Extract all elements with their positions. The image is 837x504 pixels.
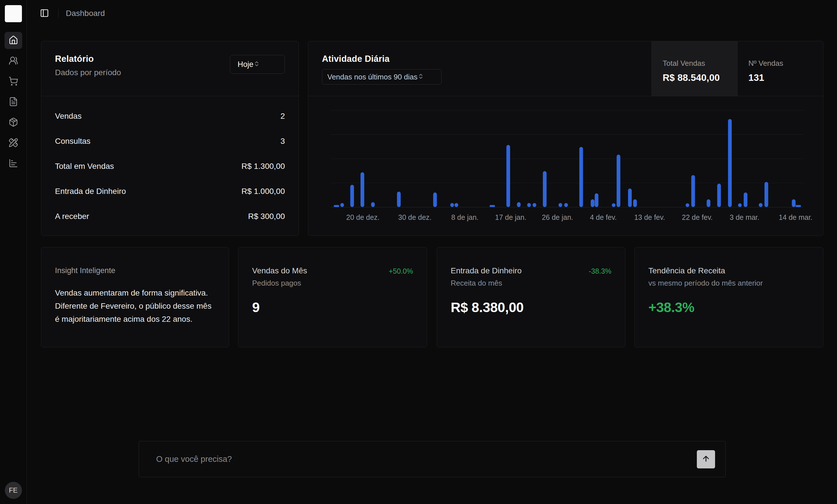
metric-title: Vendas do Mês xyxy=(252,266,307,275)
chart-bar xyxy=(397,192,400,207)
chart-bar xyxy=(579,147,583,207)
metric-subtitle: vs mesmo período do mês anterior xyxy=(648,279,809,288)
chart-bar xyxy=(728,119,732,207)
metric-title: Entrada de Dinheiro xyxy=(451,266,522,275)
metric-subtitle: Receita do mês xyxy=(451,279,611,288)
chart-bar xyxy=(707,199,711,207)
chat-input[interactable] xyxy=(139,442,697,477)
chart-bar xyxy=(744,193,747,207)
activity-bar-chart xyxy=(331,110,803,207)
chart-bar xyxy=(433,193,437,207)
sidebar: FE xyxy=(0,0,27,504)
chart-bar xyxy=(532,203,536,207)
chart-bar xyxy=(455,203,458,207)
chart-bar xyxy=(527,203,531,207)
stat-total-vendas[interactable]: Total Vendas R$ 88.540,00 xyxy=(652,41,737,96)
chart-bar xyxy=(517,202,520,207)
x-axis-tick-label: 14 de mar. xyxy=(779,213,812,221)
metric-card-entrada-de-dinheiro: Entrada de Dinheiro -38.3% Receita do mê… xyxy=(437,247,625,347)
stat-label: Nº Vendas xyxy=(748,59,823,68)
chart-bar xyxy=(691,175,695,207)
report-row-value: R$ 1.000,00 xyxy=(241,187,285,196)
period-select-value: Hoje xyxy=(237,60,253,69)
metric-delta: +50.0% xyxy=(389,266,413,275)
range-select-value: Vendas nos últimos 90 dias xyxy=(327,73,417,82)
app-logo[interactable] xyxy=(5,5,22,22)
file-text-icon xyxy=(8,97,18,107)
metric-value: +38.3% xyxy=(648,300,809,315)
report-row: Total em VendasR$ 1.300,00 xyxy=(55,154,285,179)
users-icon xyxy=(8,56,18,66)
chart-bar xyxy=(350,185,354,207)
package-icon xyxy=(8,117,18,128)
metric-title: Tendência de Receita xyxy=(648,266,725,275)
sidebar-item-products[interactable] xyxy=(4,114,22,131)
sidebar-item-home[interactable] xyxy=(4,32,22,49)
sidebar-item-tools[interactable] xyxy=(4,134,22,151)
report-row-value: R$ 1.300,00 xyxy=(241,162,285,171)
sidebar-toggle-button[interactable] xyxy=(38,7,51,20)
house-icon xyxy=(8,35,18,46)
x-axis-tick-label: 4 de fev. xyxy=(590,213,617,221)
report-row-value: R$ 300,00 xyxy=(248,212,285,221)
metric-delta: -38.3% xyxy=(589,266,611,275)
chart-bar xyxy=(558,203,562,207)
x-axis-tick-label: 8 de jan. xyxy=(451,213,479,221)
chart-bar xyxy=(628,188,631,207)
topbar: Dashboard xyxy=(27,0,837,27)
report-row: Vendas2 xyxy=(55,104,285,129)
stat-n-vendas[interactable]: Nº Vendas 131 xyxy=(737,41,823,96)
avatar[interactable]: FE xyxy=(5,482,22,499)
shopping-cart-icon xyxy=(8,76,18,87)
report-row-label: Entrada de Dinheiro xyxy=(55,187,126,196)
sidebar-item-sales[interactable] xyxy=(4,73,22,90)
chart-bar xyxy=(764,182,768,207)
period-select[interactable]: Hoje xyxy=(230,55,285,74)
stat-value: 131 xyxy=(748,72,823,83)
stat-value: R$ 88.540,00 xyxy=(663,72,737,83)
send-button[interactable] xyxy=(697,450,715,468)
report-row-label: Consultas xyxy=(55,137,91,146)
sidebar-item-reports[interactable] xyxy=(4,155,22,172)
chart-bar xyxy=(617,155,620,207)
stat-label: Total Vendas xyxy=(663,59,737,68)
x-axis-tick-label: 13 de fev. xyxy=(634,213,665,221)
insight-title: Insight Inteligente xyxy=(55,266,215,275)
x-axis-tick-label: 3 de mar. xyxy=(730,213,759,221)
metric-card-vendas-do-mes: Vendas do Mês +50.0% Pedidos pagos 9 xyxy=(238,247,427,347)
chevrons-up-down-icon xyxy=(417,73,424,82)
chevrons-up-down-icon xyxy=(253,60,260,69)
range-select[interactable]: Vendas nos últimos 90 dias xyxy=(322,69,442,85)
chart-bar xyxy=(633,199,637,207)
chart-bar xyxy=(759,203,762,207)
report-row-label: A receber xyxy=(55,212,89,221)
report-card-header: Relatório Dados por período Hoje xyxy=(41,41,299,96)
arrow-up-icon xyxy=(702,454,710,464)
x-axis-tick-label: 20 de dez. xyxy=(346,213,379,221)
pencil-ruler-icon xyxy=(8,138,18,148)
chart-bar xyxy=(450,203,454,207)
report-card: Relatório Dados por período Hoje Vendas2… xyxy=(41,41,299,236)
chart-bar xyxy=(564,203,568,207)
metric-value: 9 xyxy=(252,300,413,315)
report-row-label: Vendas xyxy=(55,112,82,121)
sidebar-nav xyxy=(4,32,22,172)
chart-bar xyxy=(612,203,616,207)
insight-card: Insight Inteligente Vendas aumentaram de… xyxy=(41,247,229,347)
chart-bar xyxy=(595,193,599,207)
sidebar-item-clients[interactable] xyxy=(4,52,22,70)
chart-bar xyxy=(543,171,547,207)
chart-bar xyxy=(361,172,364,207)
chart-bar xyxy=(685,203,689,207)
chart-x-labels: 20 de dez.30 de dez.8 de jan.17 de jan.2… xyxy=(331,213,803,222)
chart-bar xyxy=(334,205,339,207)
metric-card-tendencia-de-receita: Tendência de Receita vs mesmo período do… xyxy=(635,247,823,347)
chart-bar xyxy=(796,205,801,207)
chart-bar xyxy=(792,199,796,207)
panel-left-icon xyxy=(40,8,49,18)
metric-value: R$ 8.380,00 xyxy=(451,300,611,315)
x-axis-tick-label: 22 de fev. xyxy=(682,213,713,221)
chart-bar xyxy=(506,145,510,207)
bar-chart-horizontal-icon xyxy=(8,158,18,169)
sidebar-item-docs[interactable] xyxy=(4,93,22,110)
